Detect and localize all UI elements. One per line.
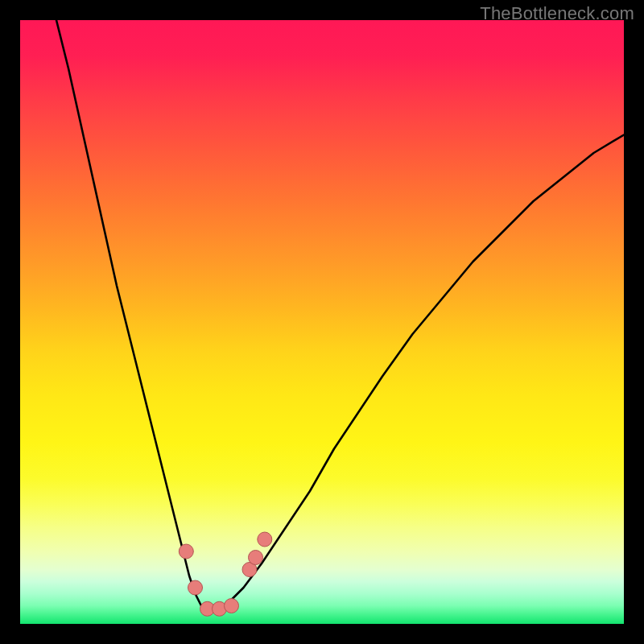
marker-layer xyxy=(179,532,271,616)
watermark-text: TheBottleneck.com xyxy=(480,3,634,24)
marker-left-upper xyxy=(179,544,193,559)
marker-left-lower xyxy=(188,580,203,595)
marker-right-upper xyxy=(258,532,272,547)
chart-frame xyxy=(20,20,624,624)
chart-svg-layer xyxy=(20,20,624,624)
marker-bottom-c xyxy=(225,599,239,613)
marker-right-mid xyxy=(249,551,263,565)
bottleneck-curve-path xyxy=(56,20,624,612)
